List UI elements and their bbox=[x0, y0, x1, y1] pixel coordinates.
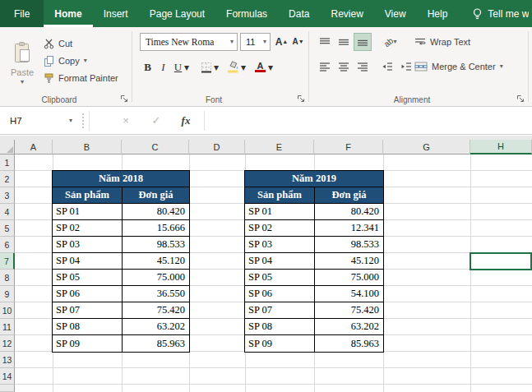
copy-button[interactable]: Copy ▾ bbox=[43, 53, 87, 69]
font-size-dropdown-icon[interactable]: ▾ bbox=[263, 39, 266, 45]
tell-me-box[interactable]: Tell me w bbox=[471, 0, 529, 27]
cell[interactable]: SP 05 bbox=[245, 270, 315, 285]
cell[interactable]: SP 02 bbox=[245, 220, 315, 236]
cell[interactable]: 36.550 bbox=[123, 286, 189, 302]
paste-button[interactable]: Paste ▾ bbox=[4, 31, 40, 95]
header-cell[interactable]: Đơn giá bbox=[123, 187, 189, 203]
row-header-3[interactable]: 3 bbox=[0, 187, 15, 204]
cell[interactable]: SP 03 bbox=[245, 237, 315, 252]
cell[interactable]: 85.963 bbox=[315, 335, 383, 352]
italic-button[interactable]: I bbox=[155, 58, 171, 76]
align-right-button[interactable] bbox=[354, 58, 372, 76]
cell[interactable]: SP 05 bbox=[53, 270, 123, 285]
selected-cell-h7[interactable] bbox=[470, 252, 532, 270]
header-cell[interactable]: Sản phẩm bbox=[245, 187, 315, 203]
clipboard-dialog-launcher[interactable] bbox=[118, 93, 129, 104]
insert-function-button[interactable]: fx bbox=[175, 107, 197, 134]
cell[interactable]: SP 09 bbox=[53, 335, 123, 352]
tab-formulas[interactable]: Formulas bbox=[215, 0, 278, 27]
row-header-9[interactable]: 9 bbox=[0, 286, 15, 302]
col-header-a[interactable]: A bbox=[15, 140, 53, 154]
formula-bar-handle[interactable] bbox=[82, 113, 84, 128]
enter-button[interactable]: ✓ bbox=[146, 107, 167, 134]
col-header-f[interactable]: F bbox=[314, 140, 383, 154]
cell[interactable]: 98.533 bbox=[315, 237, 383, 252]
wrap-text-button[interactable]: Wrap Text bbox=[414, 33, 470, 51]
cell[interactable]: 63.202 bbox=[315, 319, 383, 334]
row-header-5[interactable]: 5 bbox=[0, 220, 15, 237]
header-cell[interactable]: Sản phẩm bbox=[53, 187, 123, 203]
decrease-font-size-button[interactable]: A▼ bbox=[290, 33, 306, 50]
name-box[interactable]: H7 ▾ bbox=[0, 107, 78, 134]
cell[interactable]: SP 07 bbox=[245, 302, 315, 318]
cell[interactable]: 80.420 bbox=[123, 204, 189, 219]
cell[interactable]: 12.341 bbox=[315, 220, 383, 236]
row-header-12[interactable]: 12 bbox=[0, 335, 15, 352]
cell[interactable]: 75.420 bbox=[315, 302, 383, 318]
orientation-button[interactable]: ab ▾ bbox=[378, 33, 403, 51]
underline-dropdown-icon[interactable]: ▾ bbox=[183, 58, 191, 76]
align-top-button[interactable] bbox=[316, 33, 334, 51]
cell[interactable]: 75.420 bbox=[123, 302, 189, 318]
cell[interactable]: SP 09 bbox=[245, 335, 315, 352]
paste-dropdown-icon[interactable]: ▾ bbox=[21, 79, 24, 85]
cell[interactable]: SP 08 bbox=[245, 319, 315, 334]
copy-dropdown-icon[interactable]: ▾ bbox=[84, 58, 87, 64]
font-size-combobox[interactable]: 11 ▾ bbox=[240, 33, 271, 51]
cell[interactable]: SP 02 bbox=[53, 220, 123, 236]
cell[interactable]: 75.000 bbox=[315, 270, 383, 285]
align-bottom-button[interactable] bbox=[354, 33, 372, 51]
tab-insert[interactable]: Insert bbox=[93, 0, 139, 27]
tab-file[interactable]: File bbox=[0, 0, 44, 27]
font-name-combobox[interactable]: Times New Roma ▾ bbox=[140, 33, 238, 51]
align-middle-button[interactable] bbox=[335, 33, 353, 51]
increase-indent-button[interactable] bbox=[397, 58, 415, 76]
bold-button[interactable]: B bbox=[140, 58, 155, 76]
merge-center-button[interactable]: Merge & Center ▾ bbox=[414, 58, 503, 76]
cell[interactable]: 15.666 bbox=[123, 220, 189, 236]
cell[interactable]: SP 01 bbox=[53, 204, 123, 219]
tab-view[interactable]: View bbox=[374, 0, 417, 27]
cell[interactable]: SP 06 bbox=[53, 286, 123, 302]
col-header-h[interactable]: H bbox=[470, 140, 532, 154]
cell[interactable]: SP 06 bbox=[245, 286, 315, 302]
cell[interactable]: 63.202 bbox=[123, 319, 189, 334]
col-header-c[interactable]: C bbox=[122, 140, 189, 154]
cell[interactable]: SP 04 bbox=[245, 253, 315, 269]
cell[interactable]: SP 07 bbox=[53, 302, 123, 318]
borders-dropdown-icon[interactable]: ▾ bbox=[212, 58, 220, 76]
row-header-11[interactable]: 11 bbox=[0, 319, 15, 335]
row-header-13[interactable]: 13 bbox=[0, 352, 15, 368]
table-title-cell[interactable]: Năm 2018 bbox=[53, 171, 189, 187]
col-header-b[interactable]: B bbox=[53, 140, 122, 154]
format-painter-button[interactable]: Format Painter bbox=[43, 70, 118, 86]
tab-data[interactable]: Data bbox=[278, 0, 320, 27]
increase-font-size-button[interactable]: A▲ bbox=[274, 33, 289, 50]
row-header-2[interactable]: 2 bbox=[0, 171, 15, 187]
header-cell[interactable]: Đơn giá bbox=[315, 187, 383, 203]
tab-page-layout[interactable]: Page Layout bbox=[139, 0, 215, 27]
col-header-g[interactable]: G bbox=[383, 140, 470, 154]
table-title-cell[interactable]: Năm 2019 bbox=[245, 171, 383, 187]
cell[interactable]: 54.100 bbox=[315, 286, 383, 302]
cell[interactable]: 80.420 bbox=[315, 204, 383, 219]
font-name-dropdown-icon[interactable]: ▾ bbox=[230, 39, 234, 45]
formula-input[interactable] bbox=[208, 107, 529, 134]
merge-center-dropdown-icon[interactable]: ▾ bbox=[500, 63, 503, 70]
fill-color-dropdown-icon[interactable]: ▾ bbox=[239, 58, 247, 76]
font-dialog-launcher[interactable] bbox=[295, 93, 306, 104]
cell[interactable]: 45.120 bbox=[315, 253, 383, 269]
row-header-7[interactable]: 7 bbox=[0, 253, 15, 270]
cell[interactable]: SP 04 bbox=[53, 253, 123, 269]
row-header-partial[interactable] bbox=[0, 385, 15, 392]
row-header-8[interactable]: 8 bbox=[0, 270, 15, 286]
tab-review[interactable]: Review bbox=[320, 0, 373, 27]
row-header-4[interactable]: 4 bbox=[0, 204, 15, 220]
cell[interactable]: 85.963 bbox=[123, 335, 189, 352]
cell[interactable]: 45.120 bbox=[123, 253, 189, 269]
col-header-e[interactable]: E bbox=[245, 140, 314, 154]
alignment-dialog-launcher[interactable] bbox=[515, 93, 525, 104]
tab-home[interactable]: Home bbox=[44, 0, 92, 27]
row-header-1[interactable]: 1 bbox=[0, 154, 15, 171]
cut-button[interactable]: Cut bbox=[43, 35, 72, 52]
